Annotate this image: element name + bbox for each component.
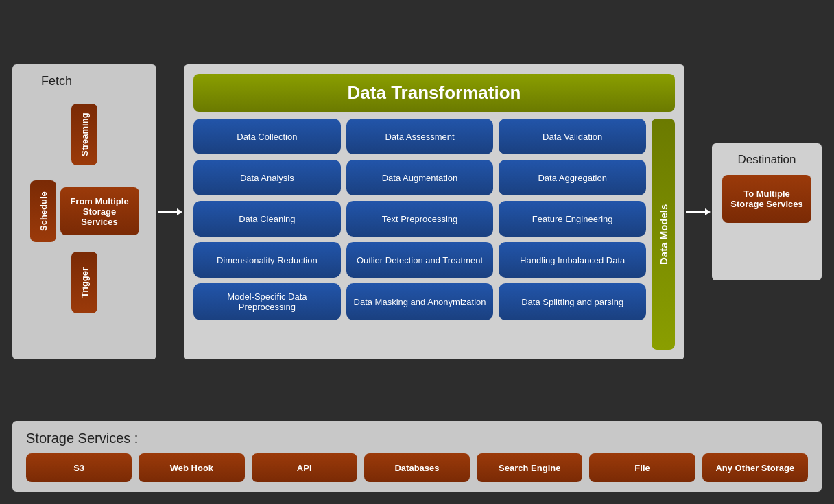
fetch-middle-row: Schedule From Multiple Storage Services: [30, 180, 139, 242]
fetch-buttons: Streaming Schedule From Multiple Storage…: [19, 104, 150, 313]
transform-title: Data Transformation: [193, 74, 675, 112]
top-section: Fetch Streaming Schedule From Multiple S…: [12, 12, 822, 411]
text-preprocessing-btn[interactable]: Text Preprocessing: [346, 201, 494, 237]
data-models-bar: Data Models: [652, 119, 675, 350]
data-masking-btn[interactable]: Data Masking and Anonymization: [346, 283, 494, 320]
from-multiple-box[interactable]: From Multiple Storage Services: [60, 187, 139, 235]
search-engine-button[interactable]: Search Engine: [477, 453, 582, 482]
handling-imbalanced-btn[interactable]: Handling Imbalanced Data: [499, 242, 646, 278]
storage-title: Storage Services :: [26, 431, 808, 446]
dimensionality-reduction-btn[interactable]: Dimensionality Reduction: [193, 242, 341, 278]
transform-panel: Data Transformation Data Collection Data…: [184, 64, 684, 359]
transform-grid: Data Collection Data Assessment Data Val…: [193, 119, 675, 350]
databases-button[interactable]: Databases: [364, 453, 470, 482]
storage-buttons: S3 Web Hook API Databases Search Engine …: [26, 453, 808, 482]
destination-panel: Destination To Multiple Storage Services: [712, 143, 822, 280]
fetch-panel: Fetch Streaming Schedule From Multiple S…: [12, 64, 156, 359]
transform-cells: Data Collection Data Assessment Data Val…: [193, 119, 646, 350]
destination-button[interactable]: To Multiple Storage Services: [722, 175, 811, 223]
transform-row-3: Data Cleaning Text Preprocessing Feature…: [193, 201, 646, 237]
data-cleaning-btn[interactable]: Data Cleaning: [193, 201, 341, 237]
svg-marker-3: [705, 208, 711, 215]
destination-title: Destination: [737, 153, 796, 167]
data-assessment-btn[interactable]: Data Assessment: [346, 119, 494, 154]
transform-row-1: Data Collection Data Assessment Data Val…: [193, 119, 646, 154]
file-button[interactable]: File: [589, 453, 695, 482]
trigger-button[interactable]: Trigger: [71, 252, 97, 313]
data-validation-btn[interactable]: Data Validation: [499, 119, 646, 154]
api-button[interactable]: API: [252, 453, 357, 482]
outlier-detection-btn[interactable]: Outlier Detection and Treatment: [346, 242, 494, 278]
storage-panel: Storage Services : S3 Web Hook API Datab…: [12, 421, 822, 492]
any-other-storage-button[interactable]: Any Other Storage: [702, 453, 808, 482]
s3-button[interactable]: S3: [26, 453, 132, 482]
data-augmentation-btn[interactable]: Data Augmentation: [346, 160, 494, 195]
data-aggregation-btn[interactable]: Data Aggregation: [499, 160, 646, 195]
fetch-title: Fetch: [41, 74, 72, 88]
transform-row-2: Data Analysis Data Augmentation Data Agg…: [193, 160, 646, 195]
data-analysis-btn[interactable]: Data Analysis: [193, 160, 341, 195]
webhook-button[interactable]: Web Hook: [139, 453, 244, 482]
feature-engineering-btn[interactable]: Feature Engineering: [499, 201, 646, 237]
model-specific-btn[interactable]: Model-Specific Data Preprocessing: [193, 283, 341, 320]
streaming-button[interactable]: Streaming: [71, 104, 97, 165]
transform-to-dest-arrow: [684, 206, 712, 218]
data-splitting-btn[interactable]: Data Splitting and parsing: [499, 283, 646, 320]
transform-row-4: Dimensionality Reduction Outlier Detecti…: [193, 242, 646, 278]
transform-row-5: Model-Specific Data Preprocessing Data M…: [193, 283, 646, 320]
svg-marker-1: [177, 208, 182, 215]
schedule-button[interactable]: Schedule: [30, 180, 56, 242]
data-collection-btn[interactable]: Data Collection: [193, 119, 341, 154]
fetch-to-transform-arrow: [156, 206, 184, 218]
